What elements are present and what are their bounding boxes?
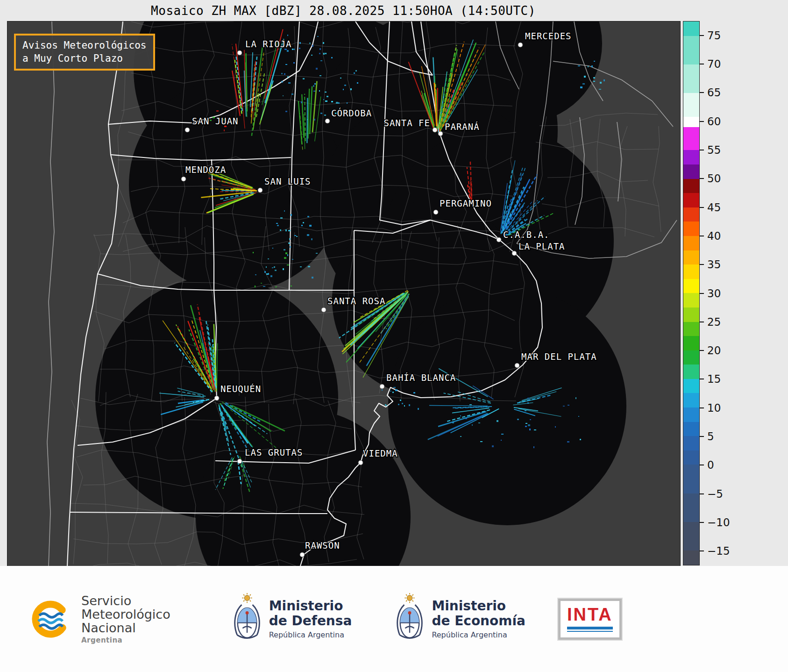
- colorbar-segment: [683, 450, 699, 465]
- colorbar-tick: 15: [700, 373, 721, 385]
- city-label: NEUQUÉN: [220, 384, 261, 394]
- smn-name-line3: Nacional: [81, 621, 170, 635]
- colorbar-tick: 0: [700, 459, 714, 471]
- city-label: BAHÍA BLANCA: [386, 372, 456, 383]
- economia-sub: República Argentina: [432, 630, 525, 639]
- colorbar-segment: [683, 550, 699, 565]
- colorbar-tick: 50: [700, 172, 721, 185]
- colorbar-tick: 40: [700, 230, 721, 242]
- warning-line2: a Muy Corto Plazo: [22, 52, 147, 65]
- smn-logo-icon: [28, 597, 73, 642]
- colorbar-segment: [683, 393, 699, 407]
- colorbar-tick-label: 55: [707, 144, 721, 156]
- colorbar-segment: [683, 21, 699, 36]
- colorbar-tick-label: 75: [707, 29, 721, 42]
- city-dot: [438, 131, 443, 136]
- inta-bar-thick: [567, 627, 613, 629]
- smn-name-line2: Meteorológico: [81, 608, 170, 621]
- inta-label: INTA: [567, 606, 613, 623]
- city-label: MENDOZA: [185, 164, 226, 175]
- city-dot: [512, 251, 517, 256]
- colorbar-segment: [683, 207, 699, 222]
- defensa-line1: Ministerio: [269, 599, 352, 613]
- colorbar-tick-label: 30: [707, 287, 721, 300]
- colorbar-tick-label: 15: [707, 373, 721, 385]
- warning-banner[interactable]: Avisos Meteorológicos a Muy Corto Plazo: [14, 34, 155, 71]
- city-label: LAS GRUTAS: [245, 447, 303, 458]
- city-dot: [433, 128, 437, 132]
- colorbar-tick-label: −5: [707, 488, 723, 500]
- colorbar-segment: [683, 164, 699, 179]
- smn-country: Argentina: [81, 636, 170, 644]
- footer-logos: Servicio Meteorológico Nacional Argentin…: [0, 566, 788, 672]
- radar-mosaic-page: Mosaico ZH MAX [dBZ] 28.08.2025 11:50HOA…: [0, 0, 788, 672]
- colorbar-tick-label: 25: [707, 316, 721, 328]
- city-label: MAR DEL PLATA: [521, 351, 597, 362]
- colorbar-tick-label: 65: [707, 86, 721, 99]
- colorbar-tick: 45: [700, 201, 721, 214]
- colorbar-segment: [683, 222, 699, 236]
- colorbar-segment: [683, 250, 699, 265]
- smn-logo-text: Servicio Meteorológico Nacional Argentin…: [81, 594, 170, 644]
- ministerio-defensa-text: Ministerio de Defensa República Argentin…: [269, 599, 352, 639]
- colorbar-tick: 5: [700, 430, 714, 443]
- ministerio-defensa-block: Ministerio de Defensa República Argentin…: [234, 592, 352, 646]
- colorbar-segment: [683, 293, 699, 307]
- city-label: VIEDMA: [363, 448, 398, 458]
- colorbar-tick: 30: [700, 287, 721, 300]
- coat-of-arms-icon: [396, 592, 423, 646]
- city-dot: [515, 363, 519, 368]
- city-dot: [433, 210, 438, 214]
- colorbar-segment: [683, 379, 699, 393]
- city-label: MERCEDES: [525, 31, 572, 41]
- colorbar-tick: 35: [700, 258, 721, 271]
- colorbar-segment: [683, 265, 699, 279]
- colorbar-segment: [683, 36, 699, 64]
- city-label: SANTA ROSA: [327, 296, 385, 306]
- city-dot: [300, 552, 305, 557]
- colorbar-tick-label: 0: [707, 459, 714, 471]
- city-label: SANTA FE: [383, 118, 430, 128]
- colorbar-tick-label: 10: [707, 402, 721, 414]
- colorbar-segment: [683, 279, 699, 293]
- city-label: CÓRDOBA: [331, 107, 372, 118]
- colorbar-tick: 60: [700, 115, 721, 128]
- page-title: Mosaico ZH MAX [dBZ] 28.08.2025 11:50HOA…: [7, 4, 680, 18]
- colorbar-segment: [683, 127, 699, 150]
- colorbar-tick: −5: [700, 488, 723, 500]
- colorbar-tick: 10: [700, 402, 721, 414]
- colorbar-segment: [683, 193, 699, 207]
- city-dot: [497, 237, 501, 242]
- colorbar: 757065605550454035302520151050−5−10−15: [683, 21, 753, 565]
- colorbar-scale: [683, 21, 700, 565]
- inta-logo-block: INTA: [558, 599, 622, 640]
- colorbar-tick: −15: [700, 545, 730, 557]
- colorbar-tick-label: 20: [707, 344, 721, 357]
- warning-line1: Avisos Meteorológicos: [22, 39, 147, 52]
- ministerio-economia-block: Ministerio de Economía República Argenti…: [396, 592, 525, 646]
- colorbar-tick: 20: [700, 344, 721, 357]
- colorbar-tick: 70: [700, 58, 721, 70]
- city-dot: [325, 119, 330, 123]
- colorbar-tick: 75: [700, 29, 721, 42]
- city-label: LA RIOJA: [245, 39, 292, 49]
- city-dot: [181, 177, 186, 181]
- colorbar-segment: [683, 150, 699, 164]
- colorbar-segment: [683, 307, 699, 322]
- city-dot: [214, 396, 219, 400]
- colorbar-tick: 65: [700, 86, 721, 99]
- colorbar-tick-label: 40: [707, 230, 721, 242]
- city-dot: [358, 460, 363, 465]
- coat-of-arms-icon: [234, 592, 261, 646]
- city-dot: [237, 50, 242, 55]
- colorbar-tick: 25: [700, 316, 721, 328]
- city-label: PERGAMINO: [440, 198, 492, 208]
- city-label: LA PLATA: [518, 241, 565, 251]
- radar-map: LA RIOJAMERCEDESSAN JUANCÓRDOBASANTA FEP…: [7, 21, 680, 566]
- colorbar-tick-label: 50: [707, 172, 721, 185]
- colorbar-segment: [683, 436, 699, 450]
- colorbar-segment: [683, 350, 699, 365]
- colorbar-segment: [683, 64, 699, 93]
- colorbar-segment: [683, 493, 699, 522]
- city-label: SAN LUIS: [264, 176, 311, 186]
